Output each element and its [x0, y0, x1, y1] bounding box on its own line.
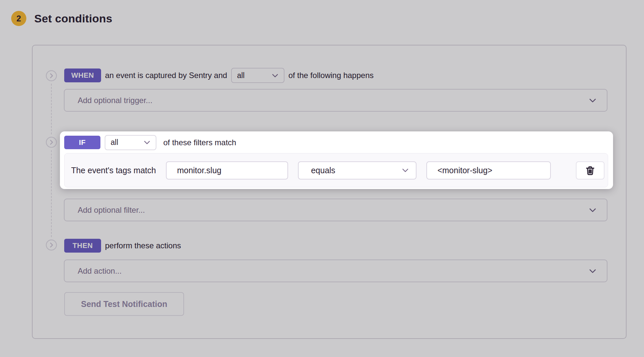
trash-icon	[585, 165, 596, 176]
chevron-down-icon	[401, 166, 410, 175]
filter-operator-value: equals	[311, 166, 335, 175]
if-badge: IF	[64, 136, 100, 149]
filter-operator-select[interactable]: equals	[298, 161, 416, 179]
if-card: IF all of these filters match The event'…	[60, 131, 613, 189]
if-header-row: IF all of these filters match	[64, 135, 608, 150]
filter-key-input[interactable]	[166, 161, 288, 179]
if-match-select[interactable]: all	[105, 135, 156, 150]
if-match-select-value: all	[111, 138, 118, 147]
filter-label: The event's tags match	[71, 166, 156, 175]
filter-value-input[interactable]	[426, 161, 551, 179]
if-text-after: of these filters match	[163, 138, 236, 147]
chevron-down-icon	[143, 138, 151, 147]
filter-row: The event's tags match equals	[64, 153, 608, 187]
delete-filter-button[interactable]	[576, 161, 604, 179]
